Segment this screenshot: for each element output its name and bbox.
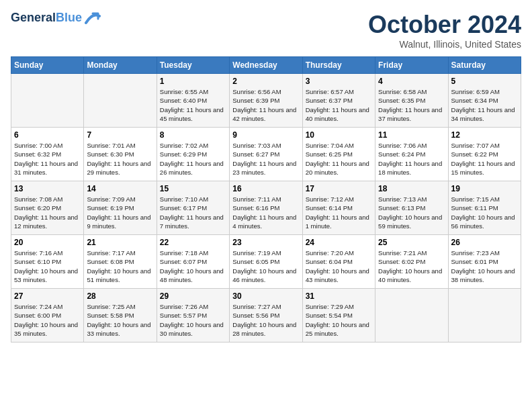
calendar-cell: 28Sunrise: 7:25 AM Sunset: 5:58 PM Dayli…	[84, 289, 157, 342]
calendar-cell: 14Sunrise: 7:09 AM Sunset: 6:19 PM Dayli…	[84, 181, 157, 235]
calendar-cell: 27Sunrise: 7:24 AM Sunset: 6:00 PM Dayli…	[11, 289, 84, 342]
day-info: Sunrise: 7:02 AM Sunset: 6:29 PM Dayligh…	[160, 141, 226, 177]
day-info: Sunrise: 7:01 AM Sunset: 6:30 PM Dayligh…	[87, 141, 153, 177]
location: Walnut, Illinois, United States	[368, 39, 521, 50]
day-info: Sunrise: 6:58 AM Sunset: 6:35 PM Dayligh…	[378, 87, 445, 123]
calendar-cell: 17Sunrise: 7:12 AM Sunset: 6:14 PM Dayli…	[302, 181, 375, 235]
day-info: Sunrise: 7:19 AM Sunset: 6:05 PM Dayligh…	[232, 248, 299, 284]
day-info: Sunrise: 7:23 AM Sunset: 6:01 PM Dayligh…	[451, 248, 518, 284]
calendar-cell: 3Sunrise: 6:57 AM Sunset: 6:37 PM Daylig…	[302, 74, 375, 128]
calendar-cell: 21Sunrise: 7:17 AM Sunset: 6:08 PM Dayli…	[84, 235, 157, 289]
calendar-body: 1Sunrise: 6:55 AM Sunset: 6:40 PM Daylig…	[11, 74, 521, 342]
calendar-cell: 8Sunrise: 7:02 AM Sunset: 6:29 PM Daylig…	[157, 128, 229, 181]
day-info: Sunrise: 6:55 AM Sunset: 6:40 PM Dayligh…	[160, 87, 226, 123]
calendar-cell: 9Sunrise: 7:03 AM Sunset: 6:27 PM Daylig…	[230, 128, 302, 181]
calendar-cell: 16Sunrise: 7:11 AM Sunset: 6:16 PM Dayli…	[230, 181, 302, 235]
calendar-cell	[11, 74, 84, 128]
day-number: 26	[451, 238, 518, 247]
day-number: 4	[378, 77, 445, 86]
day-number: 11	[378, 130, 445, 140]
day-info: Sunrise: 7:20 AM Sunset: 6:04 PM Dayligh…	[306, 248, 372, 284]
day-info: Sunrise: 7:00 AM Sunset: 6:32 PM Dayligh…	[14, 141, 81, 177]
day-info: Sunrise: 7:03 AM Sunset: 6:27 PM Dayligh…	[232, 141, 299, 177]
weekday-header: Tuesday	[157, 57, 229, 74]
logo: GeneralBlue	[11, 11, 102, 26]
calendar-cell: 23Sunrise: 7:19 AM Sunset: 6:05 PM Dayli…	[230, 235, 302, 289]
calendar-header-row: SundayMondayTuesdayWednesdayThursdayFrid…	[11, 57, 521, 74]
day-info: Sunrise: 7:07 AM Sunset: 6:22 PM Dayligh…	[451, 141, 518, 177]
day-number: 25	[378, 238, 445, 247]
calendar-week-row: 6Sunrise: 7:00 AM Sunset: 6:32 PM Daylig…	[11, 128, 521, 181]
day-info: Sunrise: 7:13 AM Sunset: 6:13 PM Dayligh…	[378, 195, 445, 230]
day-number: 8	[160, 130, 226, 140]
weekday-header: Thursday	[302, 57, 375, 74]
weekday-header: Saturday	[448, 57, 521, 74]
day-number: 1	[160, 77, 226, 86]
day-number: 28	[87, 291, 153, 301]
calendar-cell: 20Sunrise: 7:16 AM Sunset: 6:10 PM Dayli…	[11, 235, 84, 289]
calendar-cell: 15Sunrise: 7:10 AM Sunset: 6:17 PM Dayli…	[157, 181, 229, 235]
day-number: 27	[14, 291, 81, 301]
day-info: Sunrise: 7:24 AM Sunset: 6:00 PM Dayligh…	[14, 302, 81, 338]
day-number: 12	[451, 130, 518, 140]
day-info: Sunrise: 7:08 AM Sunset: 6:20 PM Dayligh…	[14, 195, 81, 230]
day-number: 21	[87, 238, 153, 247]
calendar-cell: 26Sunrise: 7:23 AM Sunset: 6:01 PM Dayli…	[448, 235, 521, 289]
day-number: 24	[306, 238, 372, 247]
day-info: Sunrise: 7:12 AM Sunset: 6:14 PM Dayligh…	[306, 195, 372, 230]
calendar-cell	[448, 289, 521, 342]
day-number: 29	[160, 291, 226, 301]
day-number: 30	[232, 291, 299, 301]
calendar-cell: 12Sunrise: 7:07 AM Sunset: 6:22 PM Dayli…	[448, 128, 521, 181]
calendar-cell	[375, 289, 448, 342]
day-info: Sunrise: 7:11 AM Sunset: 6:16 PM Dayligh…	[232, 195, 299, 230]
day-number: 14	[87, 184, 153, 193]
calendar-cell: 6Sunrise: 7:00 AM Sunset: 6:32 PM Daylig…	[11, 128, 84, 181]
day-number: 23	[232, 238, 299, 247]
weekday-header: Monday	[84, 57, 157, 74]
title-area: October 2024 Walnut, Illinois, United St…	[368, 11, 521, 50]
calendar-cell: 13Sunrise: 7:08 AM Sunset: 6:20 PM Dayli…	[11, 181, 84, 235]
calendar-cell: 11Sunrise: 7:06 AM Sunset: 6:24 PM Dayli…	[375, 128, 448, 181]
calendar-cell: 25Sunrise: 7:21 AM Sunset: 6:02 PM Dayli…	[375, 235, 448, 289]
weekday-header: Sunday	[11, 57, 84, 74]
calendar-cell: 18Sunrise: 7:13 AM Sunset: 6:13 PM Dayli…	[375, 181, 448, 235]
day-number: 13	[14, 184, 81, 193]
day-number: 2	[232, 77, 299, 86]
calendar-table: SundayMondayTuesdayWednesdayThursdayFrid…	[11, 56, 521, 342]
calendar-cell	[84, 74, 157, 128]
calendar-cell: 7Sunrise: 7:01 AM Sunset: 6:30 PM Daylig…	[84, 128, 157, 181]
day-number: 6	[14, 130, 81, 140]
day-number: 9	[232, 130, 299, 140]
day-number: 3	[306, 77, 372, 86]
day-number: 22	[160, 238, 226, 247]
calendar-week-row: 1Sunrise: 6:55 AM Sunset: 6:40 PM Daylig…	[11, 74, 521, 128]
logo-icon	[83, 11, 102, 26]
header: GeneralBlue October 2024 Walnut, Illinoi…	[11, 11, 521, 50]
day-info: Sunrise: 7:27 AM Sunset: 5:56 PM Dayligh…	[232, 302, 299, 338]
calendar-cell: 19Sunrise: 7:15 AM Sunset: 6:11 PM Dayli…	[448, 181, 521, 235]
day-info: Sunrise: 7:15 AM Sunset: 6:11 PM Dayligh…	[451, 195, 518, 230]
weekday-header: Wednesday	[230, 57, 302, 74]
calendar-week-row: 20Sunrise: 7:16 AM Sunset: 6:10 PM Dayli…	[11, 235, 521, 289]
day-info: Sunrise: 7:17 AM Sunset: 6:08 PM Dayligh…	[87, 248, 153, 284]
day-info: Sunrise: 6:56 AM Sunset: 6:39 PM Dayligh…	[232, 87, 299, 123]
day-number: 17	[306, 184, 372, 193]
calendar-cell: 30Sunrise: 7:27 AM Sunset: 5:56 PM Dayli…	[230, 289, 302, 342]
day-number: 16	[232, 184, 299, 193]
day-number: 5	[451, 77, 518, 86]
weekday-header: Friday	[375, 57, 448, 74]
day-number: 10	[306, 130, 372, 140]
day-info: Sunrise: 7:10 AM Sunset: 6:17 PM Dayligh…	[160, 195, 226, 230]
day-info: Sunrise: 6:57 AM Sunset: 6:37 PM Dayligh…	[306, 87, 372, 123]
day-number: 7	[87, 130, 153, 140]
day-info: Sunrise: 7:25 AM Sunset: 5:58 PM Dayligh…	[87, 302, 153, 338]
calendar-cell: 22Sunrise: 7:18 AM Sunset: 6:07 PM Dayli…	[157, 235, 229, 289]
day-info: Sunrise: 6:59 AM Sunset: 6:34 PM Dayligh…	[451, 87, 518, 123]
day-info: Sunrise: 7:09 AM Sunset: 6:19 PM Dayligh…	[87, 195, 153, 230]
day-number: 18	[378, 184, 445, 193]
day-info: Sunrise: 7:06 AM Sunset: 6:24 PM Dayligh…	[378, 141, 445, 177]
calendar-week-row: 27Sunrise: 7:24 AM Sunset: 6:00 PM Dayli…	[11, 289, 521, 342]
day-info: Sunrise: 7:21 AM Sunset: 6:02 PM Dayligh…	[378, 248, 445, 284]
day-info: Sunrise: 7:04 AM Sunset: 6:25 PM Dayligh…	[306, 141, 372, 177]
